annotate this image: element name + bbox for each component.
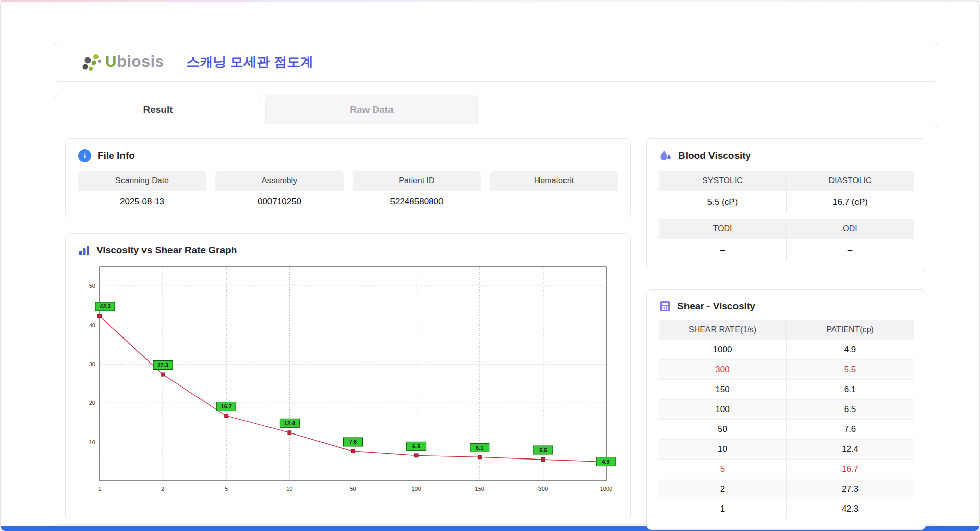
brand-text: Ubiosis [105, 53, 164, 71]
file-info-field: Patient ID52248580800 [353, 171, 481, 212]
tab-bar: Result Raw Data [54, 95, 938, 124]
patient-cell: 16.7 [787, 460, 914, 479]
blood-viscosity-grid: SYSTOLIC DIASTOLIC 5.5 (cP) 16.7 (cP) TO… [659, 171, 914, 261]
svg-text:50: 50 [350, 486, 356, 492]
svg-text:7.6: 7.6 [349, 439, 357, 445]
brand-text-rest: biosis [117, 53, 164, 70]
graph-card: Viscosity vs Shear Rate Graph 1251050100… [65, 233, 631, 520]
field-value: 000710250 [215, 191, 344, 212]
svg-text:4.9: 4.9 [602, 458, 609, 465]
field-label: Assembly [215, 171, 344, 191]
shear-viscosity-card: Shear - Viscosity SHEAR RATE(1/s) PATIEN… [646, 289, 926, 530]
app-container: Ubiosis 스캐닝 모세관 점도계 Result Raw Data File… [54, 0, 938, 525]
patient-cell: 5.5 [787, 360, 914, 379]
field-label: Patient ID [353, 171, 481, 191]
shear-rate-cell: 300 [659, 360, 787, 379]
field-label: Scanning Date [78, 171, 206, 191]
odi-value: – [787, 239, 914, 261]
svg-text:1000: 1000 [600, 486, 612, 492]
bv-spacer [659, 213, 914, 219]
patient-cell: 4.9 [787, 340, 914, 359]
systolic-label: SYSTOLIC [659, 171, 787, 191]
svg-text:10: 10 [286, 486, 292, 492]
tab-result[interactable]: Result [54, 95, 262, 124]
shear-table-row: 1012.4 [659, 440, 914, 460]
shear-rate-cell: 2 [659, 479, 787, 499]
diastolic-label: DIASTOLIC [787, 171, 914, 191]
shear-table-row: 1506.1 [659, 380, 914, 400]
svg-text:6.5: 6.5 [412, 443, 420, 449]
header: Ubiosis 스캐닝 모세관 점도계 [54, 42, 938, 82]
graph-title-row: Viscosity vs Shear Rate Graph [78, 244, 618, 256]
patient-cell: 6.1 [787, 380, 914, 399]
patient-cell: 7.6 [787, 420, 914, 439]
shear-table-row: 516.7 [659, 460, 914, 479]
shear-table-row: 142.3 [659, 499, 914, 519]
right-column: Blood Viscosity SYSTOLIC DIASTOLIC 5.5 (… [646, 138, 926, 510]
svg-text:16.7: 16.7 [221, 403, 232, 409]
svg-text:12.4: 12.4 [284, 420, 296, 426]
svg-text:1: 1 [98, 486, 101, 492]
svg-text:100: 100 [411, 486, 421, 492]
patient-cell: 6.5 [787, 400, 914, 419]
shear-rate-cell: 1 [659, 499, 787, 519]
shear-table-header: SHEAR RATE(1/s) PATIENT(cp) [659, 320, 914, 340]
svg-text:5: 5 [225, 486, 228, 492]
svg-text:2: 2 [161, 486, 164, 492]
page-title: 스캐닝 모세관 점도계 [186, 53, 313, 71]
file-info-card: File Info Scanning Date2025-08-13Assembl… [65, 138, 631, 219]
svg-text:27.3: 27.3 [157, 362, 168, 368]
left-column: File Info Scanning Date2025-08-13Assembl… [65, 138, 631, 510]
file-info-title-row: File Info [78, 149, 618, 162]
graph-title: Viscosity vs Shear Rate Graph [96, 245, 237, 256]
calculator-icon [659, 300, 671, 312]
shear-table-row: 10004.9 [659, 340, 914, 360]
file-info-title: File Info [97, 150, 135, 161]
patient-cell: 12.4 [787, 440, 914, 459]
chart-wrap: 12510501001503001000102030405042.327.316… [78, 262, 618, 505]
bar-chart-icon [78, 244, 90, 256]
odi-label: ODI [787, 219, 914, 239]
shear-viscosity-title-row: Shear - Viscosity [659, 300, 914, 312]
field-value: 2025-08-13 [78, 191, 206, 212]
svg-text:150: 150 [475, 486, 484, 492]
blood-viscosity-card: Blood Viscosity SYSTOLIC DIASTOLIC 5.5 (… [646, 138, 926, 272]
svg-text:42.3: 42.3 [100, 303, 110, 309]
diastolic-value: 16.7 (cP) [787, 191, 914, 213]
bv-header-row-2: TODI ODI [659, 219, 914, 239]
svg-text:10: 10 [89, 439, 95, 445]
tab-raw-data[interactable]: Raw Data [265, 95, 478, 124]
shear-rate-column-header: SHEAR RATE(1/s) [659, 320, 787, 340]
svg-text:6.1: 6.1 [476, 445, 483, 451]
shear-table-body: 10004.93005.51506.11006.5507.61012.4516.… [659, 340, 914, 519]
shear-table-row: 3005.5 [659, 360, 914, 380]
shear-viscosity-title: Shear - Viscosity [677, 301, 755, 312]
brand-logo: Ubiosis [80, 51, 164, 73]
patient-cell: 27.3 [787, 479, 914, 499]
field-label: Hematocrit [490, 171, 618, 191]
svg-text:300: 300 [538, 486, 548, 492]
bv-value-row-2: – – [659, 239, 914, 261]
file-info-fields: Scanning Date2025-08-13Assembly000710250… [78, 171, 618, 212]
brand-text-u: U [105, 53, 117, 70]
file-info-field: Hematocrit [490, 171, 618, 212]
todi-value: – [659, 239, 787, 261]
shear-rate-cell: 1000 [659, 340, 787, 359]
systolic-value: 5.5 (cP) [659, 191, 787, 213]
shear-rate-cell: 10 [659, 440, 787, 459]
shear-viscosity-table: SHEAR RATE(1/s) PATIENT(cp) 10004.93005.… [659, 320, 914, 519]
shear-table-row: 227.3 [659, 479, 914, 499]
bv-header-row-1: SYSTOLIC DIASTOLIC [659, 171, 914, 191]
droplets-icon [659, 149, 672, 162]
patient-cell: 42.3 [787, 499, 914, 519]
field-value [490, 191, 618, 212]
svg-text:30: 30 [89, 361, 95, 367]
blood-viscosity-title: Blood Viscosity [678, 150, 751, 161]
shear-rate-cell: 150 [659, 380, 787, 399]
field-value: 52248580800 [353, 191, 481, 212]
shear-table-row: 507.6 [659, 420, 914, 440]
viscosity-chart: 12510501001503001000102030405042.327.316… [78, 262, 617, 503]
file-info-field: Scanning Date2025-08-13 [78, 171, 206, 212]
todi-label: TODI [659, 219, 787, 239]
shear-rate-cell: 100 [659, 400, 787, 419]
